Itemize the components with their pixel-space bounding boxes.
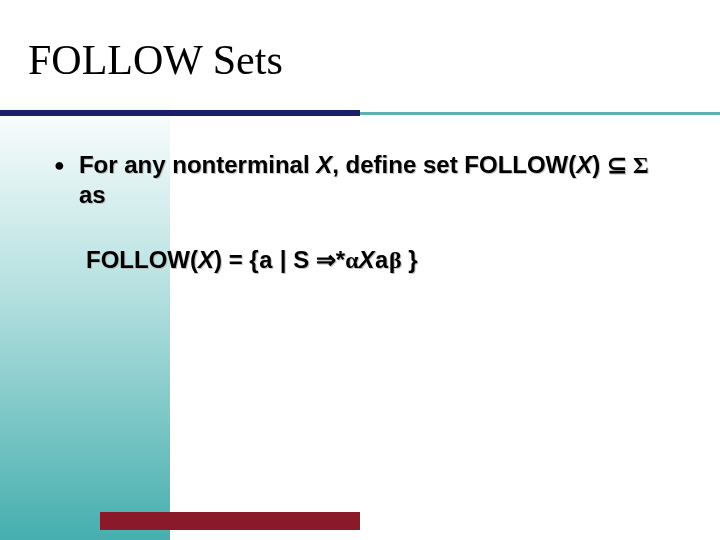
formula: FOLLOW(X) = {a | S ⇒*αXaβ } <box>86 246 674 275</box>
kleene-star: * <box>336 246 345 273</box>
text-fragment: For any nonterminal <box>79 151 316 178</box>
text-fragment: ) <box>592 151 607 178</box>
slide-title: FOLLOW Sets <box>28 36 283 84</box>
terminal-a: a <box>375 248 389 275</box>
text-fragment: FOLLOW( <box>86 246 198 273</box>
nonterminal-x: X <box>359 246 375 273</box>
derives-arrow: ⇒ <box>316 247 336 273</box>
nonterminal-x: X <box>576 151 592 178</box>
sigma-symbol: Σ <box>627 152 649 178</box>
nonterminal-x: X <box>316 151 332 178</box>
alpha-symbol: α <box>345 247 358 273</box>
bullet-text: For any nonterminal X, define set FOLLOW… <box>79 150 674 210</box>
bullet-item: ● For any nonterminal X, define set FOLL… <box>54 150 674 210</box>
nonterminal-x: X <box>198 246 214 273</box>
text-fragment: } <box>402 246 418 273</box>
title-underline-light <box>360 112 720 115</box>
text-fragment: ) = { <box>214 246 259 273</box>
text-fragment: , define set FOLLOW( <box>332 151 576 178</box>
bullet-dot-icon: ● <box>54 150 65 180</box>
title-underline-dark <box>0 110 360 116</box>
text-fragment: | S <box>273 246 316 273</box>
content-area: ● For any nonterminal X, define set FOLL… <box>54 150 674 275</box>
beta-symbol: β <box>389 247 402 273</box>
terminal-a: a <box>259 248 273 275</box>
footer-accent-bar <box>100 512 360 530</box>
slide: FOLLOW Sets ● For any nonterminal X, def… <box>0 0 720 540</box>
subset-symbol: ⊆ <box>607 152 627 178</box>
text-fragment: as <box>79 181 106 208</box>
